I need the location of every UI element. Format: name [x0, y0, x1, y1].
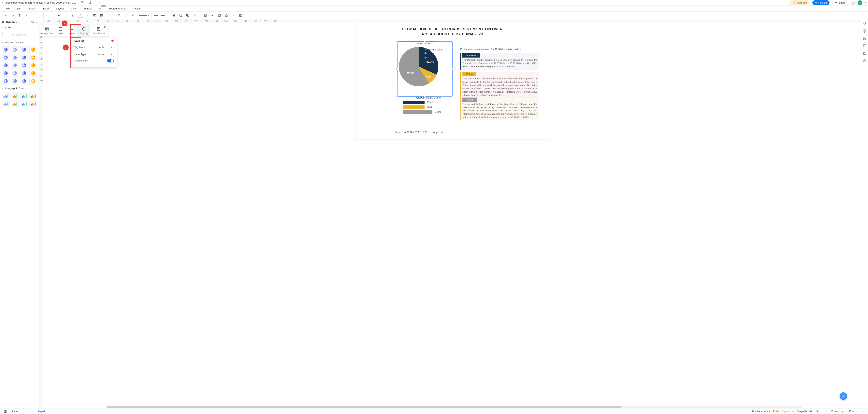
- layers-icon[interactable]: [863, 29, 867, 33]
- effects-icon[interactable]: ✦: [210, 12, 215, 18]
- publish-button[interactable]: ✈ Publish: [812, 0, 830, 5]
- save-icon[interactable]: [79, 0, 85, 5]
- menu-insert[interactable]: Insert: [42, 7, 49, 10]
- distribute-icon[interactable]: [170, 12, 176, 18]
- chart-thumb[interactable]: [11, 78, 19, 84]
- fit-icon[interactable]: ⛶: [823, 409, 829, 414]
- ft-style[interactable]: Style: [56, 25, 65, 36]
- chart-thumb[interactable]: [29, 54, 37, 61]
- text-tool-icon[interactable]: T: [109, 12, 115, 18]
- chart-thumb[interactable]: [2, 70, 10, 77]
- avatar[interactable]: C: [858, 0, 862, 5]
- grid-icon[interactable]: [863, 36, 867, 40]
- collapse-left-icon[interactable]: «: [36, 21, 37, 24]
- crop-icon[interactable]: [217, 12, 222, 18]
- font-select[interactable]: ▾: [24, 13, 42, 18]
- connector-icon[interactable]: [131, 12, 136, 18]
- chart-thumb[interactable]: [20, 100, 28, 107]
- play-icon[interactable]: ▷: [841, 409, 846, 414]
- help-icon[interactable]: ?: [851, 1, 855, 4]
- ft-manage-data[interactable]: Manage Data: [39, 25, 56, 36]
- font-size-select[interactable]: ▾: [43, 13, 51, 18]
- star-icon[interactable]: ☆: [96, 0, 101, 5]
- chart-thumb[interactable]: [2, 78, 10, 84]
- redo-icon[interactable]: ↷: [10, 12, 16, 18]
- chart-thumb[interactable]: [2, 92, 10, 99]
- font-color-icon[interactable]: A: [78, 12, 83, 18]
- chart-thumb[interactable]: [29, 92, 37, 99]
- avatar-chevron-icon[interactable]: ▾: [865, 2, 866, 4]
- menu-layout[interactable]: Layout: [56, 7, 64, 10]
- section-infographic[interactable]: Infographic Char...: [0, 86, 39, 91]
- table-icon[interactable]: [238, 12, 243, 18]
- arrow-start-icon[interactable]: ⟶: [153, 12, 159, 18]
- diamond-icon[interactable]: [863, 21, 867, 25]
- arrow-end-icon[interactable]: ⟵: [160, 12, 166, 18]
- horizontal-scrollbar[interactable]: [106, 406, 802, 408]
- align-left-icon[interactable]: [92, 12, 97, 18]
- chart-thumb[interactable]: [29, 70, 37, 77]
- pin-icon[interactable]: 📌: [103, 26, 106, 28]
- chart-thumb[interactable]: [20, 46, 28, 53]
- chart-thumb[interactable]: [11, 92, 19, 99]
- image-icon[interactable]: [203, 12, 208, 18]
- chart-thumb[interactable]: [20, 78, 28, 84]
- note-icon[interactable]: [863, 51, 867, 55]
- drag-here-zone[interactable]: ⊕ Drag Here: [2, 31, 37, 38]
- line-style-select[interactable]: ▾: [138, 13, 152, 18]
- chart-thumb[interactable]: [2, 46, 10, 53]
- chart-thumb[interactable]: [11, 100, 19, 107]
- menu-search-feature[interactable]: Search Feature: [109, 7, 126, 10]
- menu-edit[interactable]: Edit: [17, 7, 21, 10]
- chart-thumb[interactable]: [29, 78, 37, 84]
- chart-thumb[interactable]: [2, 62, 10, 69]
- format-painter-icon[interactable]: [17, 12, 23, 18]
- page-list-icon[interactable]: [2, 409, 8, 414]
- library-chevron-icon[interactable]: ⌄: [18, 21, 20, 23]
- chart-thumb[interactable]: [11, 70, 19, 77]
- menu-view[interactable]: View: [71, 7, 76, 10]
- canvas-page[interactable]: GLOBAL BOX OFFICE RECORDS BEST MONTH IN …: [355, 23, 549, 139]
- lock-icon[interactable]: [224, 12, 229, 18]
- undo-icon[interactable]: ↶: [3, 12, 8, 18]
- text-height-icon[interactable]: T̲: [85, 12, 90, 18]
- menu-plugin[interactable]: Plugin: [133, 7, 141, 10]
- layers-status-icon[interactable]: [815, 409, 820, 414]
- line-spacing-icon[interactable]: [99, 12, 104, 18]
- zoom-level[interactable]: 77%: [849, 410, 854, 413]
- menu-symbol[interactable]: Symbol: [84, 7, 92, 10]
- chart-thumb[interactable]: [20, 92, 28, 99]
- italic-icon[interactable]: I: [63, 12, 69, 18]
- section-pie[interactable]: Pie and Donut C...: [0, 40, 39, 45]
- chart-thumb[interactable]: [20, 70, 28, 77]
- history-icon[interactable]: [863, 59, 867, 63]
- section-collect[interactable]: collect: [0, 25, 39, 30]
- add-page-button[interactable]: +: [29, 409, 35, 414]
- bring-front-icon[interactable]: [185, 12, 190, 18]
- align-objects-icon[interactable]: [192, 12, 197, 18]
- chart-thumb[interactable]: [11, 54, 19, 61]
- chart-thumb[interactable]: [29, 100, 37, 107]
- underline-icon[interactable]: U: [70, 12, 76, 18]
- send-back-icon[interactable]: [178, 12, 183, 18]
- focus-label[interactable]: Focus: [831, 410, 838, 413]
- chart-thumb[interactable]: [20, 62, 28, 69]
- line-color-icon[interactable]: [123, 12, 129, 18]
- chart-thumb[interactable]: [20, 54, 28, 61]
- page-select[interactable]: Page-1▾: [11, 409, 26, 414]
- expand-link[interactable]: Expand: [782, 410, 790, 413]
- tools-icon[interactable]: ✕: [231, 12, 236, 18]
- share-button[interactable]: ⇋ Share: [832, 0, 848, 5]
- bold-icon[interactable]: B: [56, 12, 62, 18]
- search-icon[interactable]: 🔍: [31, 21, 34, 24]
- upgrade-button[interactable]: 🛒 Upgrade: [790, 0, 810, 5]
- export-icon[interactable]: [88, 0, 93, 5]
- chart-thumb[interactable]: [2, 54, 10, 61]
- chart-thumb[interactable]: [2, 100, 10, 107]
- page-tab[interactable]: Page-1: [37, 410, 45, 413]
- chart-thumb[interactable]: [11, 62, 19, 69]
- chart-thumb[interactable]: [29, 62, 37, 69]
- assistant-fab[interactable]: ☺: [840, 392, 847, 400]
- menu-file[interactable]: File: [5, 7, 10, 10]
- back-icon[interactable]: ‹: [2, 1, 3, 4]
